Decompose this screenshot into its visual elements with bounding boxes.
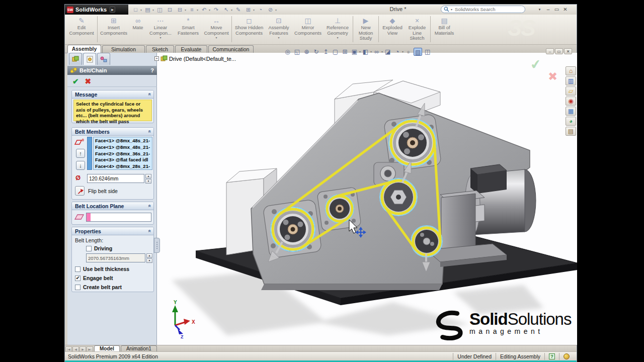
list-item[interactable]: Face<2> @8mx_36s_21-	[95, 151, 152, 157]
explode-line-sketch-button[interactable]: × Explode Line Sketch	[405, 16, 429, 44]
collapse-chevron-icon[interactable]: «	[147, 205, 153, 208]
dropdown-caret-icon[interactable]: ▾	[381, 50, 383, 53]
list-item[interactable]: Face<1> @8mx_48s_21-	[95, 138, 152, 144]
display-style-icon[interactable]: ◧	[361, 48, 370, 56]
create-belt-part-checkbox[interactable]: Create belt part	[75, 284, 122, 290]
undo-icon[interactable]: ↶	[200, 6, 208, 14]
appearances-scenes-icon[interactable]: ◕	[566, 117, 576, 126]
dropdown-caret-icon[interactable]: ▾	[402, 50, 404, 53]
pulley-idler[interactable]	[326, 195, 354, 223]
bill-of-materials-button[interactable]: ▤ Bill of Materials	[432, 16, 457, 44]
list-item[interactable]: Face<3> @flat faced idl	[95, 157, 152, 163]
insert-components-button[interactable]: ⊞ Insert Components	[99, 16, 129, 44]
viewport-3d-scene[interactable]: Y X Z	[157, 53, 577, 345]
sketch-icon[interactable]: ✎	[234, 6, 243, 14]
quick-tips-icon[interactable]: ?	[549, 353, 555, 359]
zoom-in-out-icon[interactable]: ⊕	[302, 48, 311, 56]
collapse-chevron-icon[interactable]: «	[147, 230, 153, 233]
grid-icon[interactable]: ⊞	[341, 48, 349, 56]
engage-belt-checkbox[interactable]: ✔ Engage belt	[75, 275, 113, 281]
dropdown-caret-icon[interactable]: ▾	[359, 50, 361, 53]
perspective-icon[interactable]: ◫	[423, 48, 432, 56]
properties-header[interactable]: Properties «	[72, 227, 153, 235]
doc-restore-button[interactable]: ▭	[555, 48, 563, 54]
redo-icon[interactable]: ↷	[212, 6, 220, 14]
mate-button[interactable]: ∞ Mate	[129, 16, 147, 44]
print-icon[interactable]: ≡	[188, 6, 196, 14]
cancel-button[interactable]: ✖	[85, 77, 92, 86]
move-down-button[interactable]: ↓	[76, 161, 85, 170]
doc-minimize-button[interactable]: –	[546, 48, 554, 54]
custom-properties-icon[interactable]: ▤	[566, 127, 576, 136]
pulley-bottom[interactable]	[411, 226, 442, 257]
smart-fasteners-button[interactable]: * Smart Fasteners	[174, 16, 202, 44]
exploded-view-button[interactable]: ◆ Exploded View	[380, 16, 405, 44]
pulley-left[interactable]	[271, 207, 315, 251]
help-button[interactable]	[529, 6, 536, 13]
section-view-icon[interactable]: ◪	[383, 48, 392, 56]
rebuild-icon[interactable]: ⊞	[244, 6, 253, 14]
toolbox-icon[interactable]: ⊘	[266, 6, 275, 14]
ok-button[interactable]: ✔	[72, 77, 79, 86]
belt-length-input[interactable]	[86, 253, 145, 262]
pm-help-icon[interactable]: ?	[150, 67, 154, 73]
spinner-up-icon[interactable]: ▲	[146, 253, 152, 258]
flip-belt-side-button[interactable]	[75, 186, 85, 196]
close-button[interactable]: ✕	[561, 6, 569, 13]
dropdown-caret-icon[interactable]: ▾	[337, 36, 338, 39]
view-palette-icon[interactable]: ▦	[566, 107, 576, 116]
reference-geometry-button[interactable]: ⊥ Reference Geometry ▾	[324, 16, 352, 44]
pulley-top[interactable]	[389, 119, 436, 166]
list-item[interactable]: Face<1> @8mx_48s_21-	[95, 144, 152, 151]
zoom-area-icon[interactable]: ◱	[293, 48, 301, 56]
view-orientation-icon[interactable]: ▣	[350, 48, 359, 56]
tree-expand-icon[interactable]: +	[154, 56, 159, 61]
feature-tree-root[interactable]: + Drive (Default<Default_te...	[154, 55, 236, 62]
tab-communication[interactable]: Communication	[208, 45, 254, 53]
confirm-ok-icon[interactable]: ✔	[529, 56, 542, 73]
tab-simulation[interactable]: Simulation	[102, 45, 145, 53]
move-component-button[interactable]: ↔ Move Component ▾	[202, 16, 230, 44]
dropdown-caret-icon[interactable]: ▾	[159, 36, 161, 39]
list-item[interactable]: Face<4> @8mx_28s_21-	[95, 163, 152, 170]
tab-evaluate[interactable]: Evaluate	[175, 45, 207, 53]
belt-members-list[interactable]: Face<1> @8mx_48s_21- Face<1> @8mx_48s_21…	[93, 137, 152, 170]
linear-component-pattern-button[interactable]: ⋯ Linear Compon... ▾	[147, 16, 174, 44]
panel-splitter-handle[interactable]	[154, 238, 160, 253]
tab-assembly[interactable]: Assembly	[67, 45, 101, 53]
dropdown-caret-icon[interactable]: ▾	[370, 50, 372, 53]
make-assembly-icon[interactable]: ⊡	[166, 6, 174, 14]
use-belt-thickness-checkbox[interactable]: Use belt thickness	[75, 266, 129, 272]
save-icon[interactable]: ⊟	[176, 6, 184, 14]
normal-to-icon[interactable]: ↥	[321, 48, 330, 56]
dropdown-caret-icon[interactable]: ▾	[215, 36, 217, 39]
spinner-down-icon[interactable]: ▼	[145, 179, 151, 184]
collapse-chevron-icon[interactable]: «	[147, 130, 153, 133]
menu-expand-icon[interactable]: ▸	[110, 7, 115, 13]
tab-configuration-manager[interactable]	[97, 53, 110, 65]
message-group-header[interactable]: Message «	[72, 90, 153, 99]
select-icon[interactable]: ↖	[222, 6, 230, 14]
location-plane-selection-box[interactable]	[86, 213, 151, 222]
new-icon[interactable]: □	[131, 6, 140, 14]
zoom-fit-icon[interactable]: ◎	[283, 48, 292, 56]
hide-show-items-icon[interactable]: ∞	[372, 48, 381, 56]
maximize-button[interactable]: ▭	[553, 6, 560, 13]
confirm-cancel-icon[interactable]: ✖	[548, 70, 557, 83]
belt-members-header[interactable]: Belt Members «	[72, 128, 153, 136]
tab-property-manager[interactable]	[83, 53, 96, 65]
dropdown-caret-icon[interactable]: ▾	[278, 36, 279, 39]
options-icon[interactable]: ◔	[256, 6, 265, 14]
new-motion-study-button[interactable]: ▶ New Motion Study	[354, 16, 377, 44]
search-input[interactable]	[454, 6, 516, 13]
spinner-up-icon[interactable]: ▲	[145, 174, 151, 178]
tab-sketch[interactable]: Sketch	[146, 45, 174, 53]
shaded-with-edges-icon[interactable]: ▧	[414, 48, 422, 56]
tab-feature-manager[interactable]	[69, 53, 82, 65]
search-dropdown-icon[interactable]: ▾	[451, 8, 452, 11]
mirror-components-button[interactable]: ◫ Mirror Components	[292, 16, 324, 44]
assembly-features-button[interactable]: ⊡ Assembly Features ▾	[265, 16, 292, 44]
collapse-chevron-icon[interactable]: «	[147, 93, 153, 96]
open-icon[interactable]: ▤	[143, 6, 152, 14]
appearances-icon[interactable]: ◔	[393, 48, 401, 56]
